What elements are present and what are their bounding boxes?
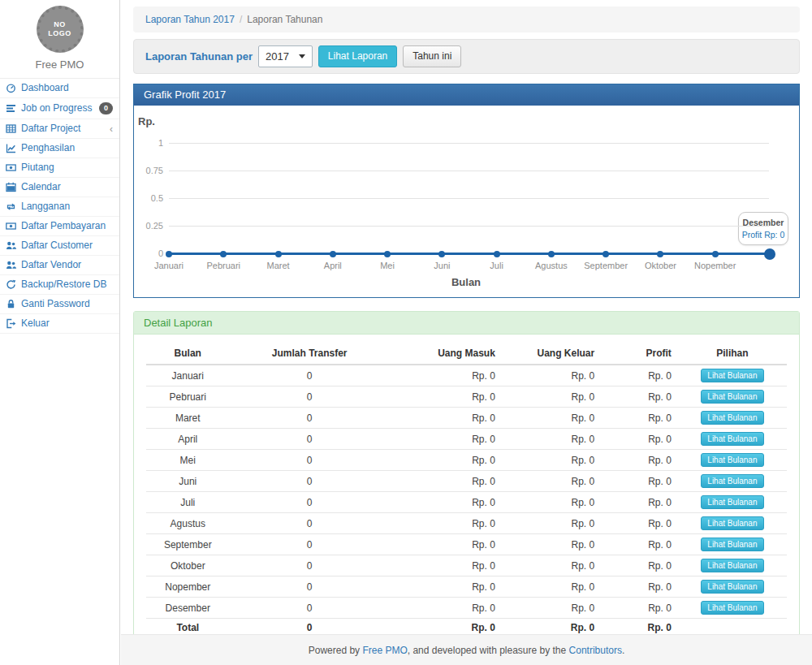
lihat-bulanan-button[interactable]: Lihat Bulanan: [701, 559, 763, 572]
sidebar-item-label: Dashboard: [21, 83, 69, 93]
sidebar-item-ganti-password[interactable]: Ganti Password: [0, 295, 119, 314]
cell-uang-masuk: Rp. 0: [390, 471, 502, 492]
cell-uang-keluar: Rp. 0: [502, 471, 601, 492]
calendar-icon: [6, 182, 16, 192]
sidebar-item-daftar-customer[interactable]: Daftar Customer: [0, 236, 119, 256]
gridline: [169, 198, 769, 199]
sidebar-item-label: Langganan: [21, 201, 70, 212]
year-select[interactable]: 2017: [258, 45, 313, 67]
x-tick-label: Agustus: [535, 261, 568, 270]
cell-uang-keluar: Rp. 0: [502, 598, 601, 619]
sidebar-menu: DashboardJob on Progress0Daftar Project‹…: [0, 78, 119, 334]
sidebar-item-penghasilan[interactable]: Penghasilan: [0, 139, 119, 158]
cell-bulan: Mei: [146, 450, 230, 471]
lihat-bulanan-button[interactable]: Lihat Bulanan: [701, 369, 763, 382]
data-point[interactable]: [657, 251, 663, 257]
contributors-link[interactable]: Contributors: [569, 645, 622, 656]
footer-text-middle: , and developed with pleasure by the: [408, 645, 569, 656]
sidebar-item-label: Backup/Restore DB: [21, 279, 106, 290]
cell-uang-keluar: Rp. 0: [502, 386, 601, 408]
lihat-bulanan-button[interactable]: Lihat Bulanan: [701, 580, 763, 594]
sidebar-item-dashboard[interactable]: Dashboard: [0, 79, 119, 98]
data-point[interactable]: [384, 251, 391, 257]
cell-pilihan: Lihat Bulanan: [678, 576, 787, 598]
cell-jumlah-transfer: 0: [230, 598, 390, 619]
cell-jumlah-transfer: 0: [230, 450, 390, 471]
cell-uang-masuk: Rp. 0: [390, 598, 502, 619]
logo-text-line2: LOGO: [48, 29, 71, 38]
cell-bulan: Oktober: [146, 555, 230, 576]
lihat-bulanan-button[interactable]: Lihat Bulanan: [701, 474, 763, 488]
sidebar-item-calendar[interactable]: Calendar: [0, 178, 119, 197]
table-row: Agustus0Rp. 0Rp. 0Rp. 0Lihat Bulanan: [146, 513, 787, 534]
lihat-bulanan-button[interactable]: Lihat Bulanan: [701, 495, 763, 509]
sidebar-item-daftar-pembayaran[interactable]: Daftar Pembayaran: [0, 217, 119, 236]
data-point[interactable]: [438, 251, 445, 257]
sidebar-item-daftar-vendor[interactable]: Daftar Vendor: [0, 256, 119, 275]
sidebar-item-job-on-progress[interactable]: Job on Progress0: [0, 98, 119, 119]
sidebar-item-daftar-project[interactable]: Daftar Project‹: [0, 119, 119, 139]
money-icon: [6, 162, 16, 173]
sidebar-item-label: Daftar Customer: [21, 240, 93, 251]
cell-jumlah-transfer: 0: [230, 555, 390, 576]
table-body: Januari0Rp. 0Rp. 0Rp. 0Lihat BulananPebr…: [146, 365, 787, 619]
cell-uang-keluar: Rp. 0: [502, 408, 601, 429]
breadcrumb-link[interactable]: Laporan Tahun 2017: [145, 14, 235, 25]
money-icon: [6, 221, 16, 231]
chevron-down-icon: [299, 54, 305, 58]
lihat-bulanan-button[interactable]: Lihat Bulanan: [701, 601, 763, 615]
tasks-icon: [6, 103, 16, 114]
lihat-bulanan-button[interactable]: Lihat Bulanan: [701, 411, 763, 425]
x-tick-label: Juli: [490, 261, 503, 270]
data-point[interactable]: [712, 251, 719, 257]
chart-title: Grafik Profit 2017: [134, 84, 799, 106]
cell-profit: Rp. 0: [601, 598, 678, 619]
data-point[interactable]: [166, 251, 172, 257]
x-tick-label: Oktober: [645, 261, 676, 270]
y-tick-label: 0.5: [134, 193, 163, 203]
sign-out-icon: [6, 318, 16, 329]
lihat-bulanan-button[interactable]: Lihat Bulanan: [701, 432, 763, 446]
lihat-bulanan-button[interactable]: Lihat Bulanan: [701, 538, 763, 551]
cell-uang-keluar: Rp. 0: [502, 450, 601, 471]
cell-pilihan: Lihat Bulanan: [678, 598, 787, 619]
gridline: [169, 143, 769, 144]
sidebar-item-keluar[interactable]: Keluar: [0, 314, 119, 334]
logo-text-line1: NO: [54, 20, 66, 29]
free-pmo-link[interactable]: Free PMO: [362, 645, 407, 656]
cell-uang-keluar: Rp. 0: [502, 365, 601, 386]
report-filter-panel: Laporan Tahunan per 2017 Lihat Laporan T…: [133, 39, 800, 74]
chart-tooltip: Desember Profit Rp: 0: [738, 212, 788, 245]
table-row: Januari0Rp. 0Rp. 0Rp. 0Lihat Bulanan: [146, 365, 787, 386]
cell-jumlah-transfer: 0: [230, 471, 390, 492]
cell-profit: Rp. 0: [601, 471, 678, 492]
lihat-bulanan-button[interactable]: Lihat Bulanan: [701, 390, 763, 404]
sidebar-item-label: Keluar: [21, 318, 50, 329]
cell-pilihan: Lihat Bulanan: [678, 534, 787, 555]
tahun-ini-button[interactable]: Tahun ini: [403, 45, 461, 67]
sidebar-item-langganan[interactable]: Langganan: [0, 197, 119, 217]
cell-profit: Rp. 0: [601, 429, 678, 450]
lihat-laporan-button[interactable]: Lihat Laporan: [318, 45, 397, 67]
col-uang-keluar: Uang Keluar: [502, 343, 601, 365]
sidebar-item-piutang[interactable]: Piutang: [0, 158, 119, 178]
data-point[interactable]: [275, 251, 282, 257]
lihat-bulanan-button[interactable]: Lihat Bulanan: [701, 453, 763, 467]
table-row: Mei0Rp. 0Rp. 0Rp. 0Lihat Bulanan: [146, 450, 787, 471]
sidebar-item-label: Daftar Pembayaran: [21, 221, 106, 231]
lihat-bulanan-button[interactable]: Lihat Bulanan: [701, 516, 763, 530]
data-point[interactable]: [603, 251, 609, 257]
data-point[interactable]: [548, 251, 555, 257]
data-point[interactable]: [220, 251, 227, 257]
table-row: Desember0Rp. 0Rp. 0Rp. 0Lihat Bulanan: [146, 598, 787, 619]
cell-bulan: Maret: [146, 408, 230, 429]
sidebar-item-backup-restore-db[interactable]: Backup/Restore DB: [0, 275, 119, 295]
data-point[interactable]: [494, 251, 500, 257]
data-point[interactable]: [330, 251, 336, 257]
x-tick-label: Pebruari: [206, 261, 240, 270]
cell-bulan: September: [146, 534, 230, 555]
profit-chart: Rp. Desember Profit Rp: 0 Bulan 00.250.5…: [134, 106, 799, 297]
data-point-hovered[interactable]: [764, 248, 775, 260]
cell-uang-masuk: Rp. 0: [390, 492, 502, 513]
cell-profit: Rp. 0: [601, 408, 678, 429]
